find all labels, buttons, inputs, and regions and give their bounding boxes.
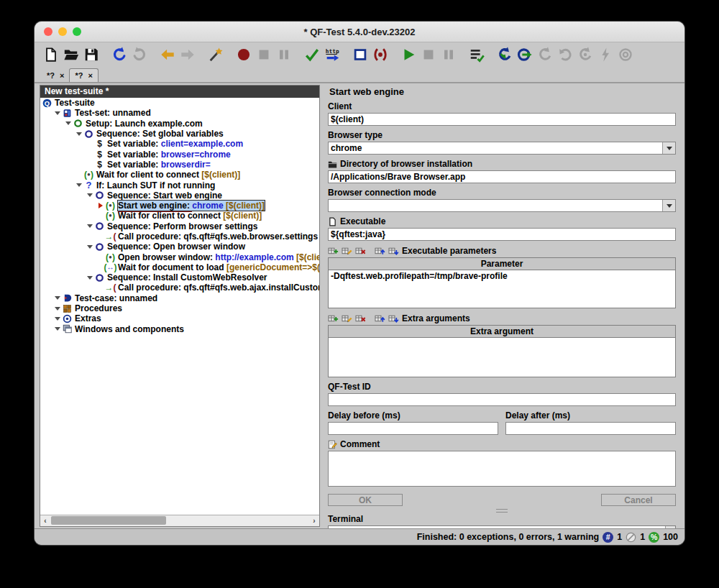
tree-node-label[interactable]: Set variable: browser=chrome [107,150,231,160]
tree-node[interactable]: Sequence: Open browser window [40,242,319,252]
stop-run-icon[interactable] [419,45,438,64]
tree-node[interactable]: Sequence: Start web engine [40,190,319,201]
tree-node[interactable]: Windows and components [40,324,319,334]
ok-button[interactable]: OK [328,494,403,506]
retry-1-icon[interactable] [536,45,554,64]
tree-node[interactable]: Test-set: unnamed [40,108,319,118]
tree-node-label[interactable]: Call procedure: qfs.qft#qfs.web.browser.… [118,231,318,242]
tree-node[interactable]: Setup: Launch example.com [40,119,319,129]
expand-chevron-icon[interactable] [85,276,94,280]
expand-chevron-icon[interactable] [52,111,62,115]
run-log-icon[interactable] [467,45,486,64]
table-row[interactable]: -Dqftest.web.profilepath=/tmp/brave-prof… [331,271,673,281]
expand-chevron-icon[interactable] [74,132,83,136]
tree-node-label[interactable]: Call procedure: qfs.qft#qfs.web.ajax.ins… [118,282,319,293]
tree-node[interactable]: Extras [40,313,319,323]
tree-node-label[interactable]: Set variable: browserdir= [107,160,211,170]
browser-type-dropdown-button[interactable] [662,142,675,154]
expand-chevron-icon[interactable] [85,245,94,249]
quickstart-wizard-icon[interactable] [206,45,225,64]
undo-icon[interactable] [110,45,129,64]
navigate-back-icon[interactable] [158,45,177,64]
record-icon[interactable] [234,45,253,64]
tree-node-label[interactable]: Procedures [75,303,122,313]
expand-chevron-icon[interactable] [85,193,94,197]
expand-chevron-icon[interactable] [52,317,62,321]
extra-args-table[interactable]: Extra argument [328,325,676,377]
tree-node[interactable]: (●)Wait for client to connect [$(client)… [40,170,319,180]
tree-horizontal-scrollbar[interactable]: ‹ › [40,515,319,526]
tree-node-label[interactable]: Sequence: Open browser window [107,242,245,252]
expand-chevron-icon[interactable] [52,327,62,331]
qftest-id-input[interactable] [328,393,676,406]
retry-2-icon[interactable] [556,45,574,64]
browser-type-select[interactable]: chrome [328,142,676,155]
comment-textarea[interactable] [328,451,676,487]
delete-row-icon[interactable] [355,245,367,256]
scroll-left-icon[interactable]: ‹ [40,515,50,525]
stop-recording-icon[interactable] [255,45,273,64]
tab-close-icon[interactable]: × [60,71,64,80]
rerun-icon[interactable] [495,45,514,64]
tree-node-label[interactable]: Wait for client to connect [$(client)] [96,170,240,180]
expand-chevron-icon[interactable] [52,307,62,311]
tree-node-label[interactable]: Sequence: Set global variables [96,129,224,139]
tree-node-label[interactable]: Wait for client to connect [$(client)] [118,211,262,221]
target-icon[interactable] [616,45,635,64]
tree-node[interactable]: Test-case: unnamed [40,293,319,303]
tree-node[interactable]: Sequence: Install CustomWebResolver [40,272,319,282]
add-row-icon[interactable] [328,245,339,256]
tree-node-label[interactable]: Start web engine: chrome [$(client)] [118,201,265,211]
tree-node[interactable]: $Set variable: browser=chrome [40,149,319,159]
executable-input[interactable] [328,228,676,241]
expand-chevron-icon[interactable] [63,121,73,125]
delay-after-input[interactable] [505,422,676,435]
tree-node[interactable]: (●)Start web engine: chrome [$(client)] [40,201,319,211]
tree-node[interactable]: (↔)Wait for document to load [genericDoc… [40,262,319,272]
record-events-icon[interactable] [371,45,390,64]
tree-node-label[interactable]: If: Launch SUT if not running [96,180,215,190]
expand-chevron-icon[interactable] [85,224,94,228]
rerun-all-icon[interactable] [516,45,534,64]
run-test-icon[interactable] [399,45,418,64]
tree-node-label[interactable]: Sequence: Start web engine [107,190,222,201]
record-http-icon[interactable]: http [323,45,342,64]
tree-node[interactable]: ?If: Launch SUT if not running [40,180,319,190]
tree-node[interactable]: →(Call procedure: qfs.qft#qfs.web.browse… [40,231,319,242]
connection-mode-select[interactable] [328,199,676,212]
tree-node-label[interactable]: Set variable: client=example.com [107,139,243,149]
flash-icon[interactable] [596,45,615,64]
close-window-button[interactable] [44,27,52,36]
edit-row-icon[interactable] [342,313,353,323]
tree-node[interactable]: $Set variable: browserdir= [40,160,319,170]
browser-dir-input[interactable] [328,170,676,183]
expand-chevron-icon[interactable] [74,183,83,187]
connection-mode-dropdown-button[interactable] [662,200,675,211]
move-up-row-icon[interactable] [375,245,386,256]
delete-row-icon[interactable] [355,313,367,323]
scroll-right-icon[interactable]: › [309,515,319,525]
tree-node-label[interactable]: Open browser window: http://example.com … [118,252,319,262]
tree-node-label[interactable]: Setup: Launch example.com [86,119,203,129]
exec-params-table[interactable]: Parameter -Dqftest.web.profilepath=/tmp/… [328,257,676,308]
tree-node-label[interactable]: Test-case: unnamed [75,293,157,303]
zoom-window-button[interactable] [73,27,81,36]
redo-icon[interactable] [130,45,149,64]
table-body[interactable] [329,338,675,377]
move-down-row-icon[interactable] [388,245,400,256]
record-component-icon[interactable] [351,45,370,64]
tree-node[interactable]: Sequence: Set global variables [40,129,319,139]
tree-node[interactable]: (●)Wait for client to connect [$(client)… [40,211,319,221]
open-suite-icon[interactable] [62,45,81,64]
tree-node[interactable]: Sequence: Perform browser settings [40,221,319,231]
pause-run-icon[interactable] [439,45,458,64]
tree-node-label[interactable]: Wait for document to load [genericDocume… [118,262,319,272]
navigate-forward-icon[interactable] [178,45,197,64]
cancel-button[interactable]: Cancel [601,494,676,506]
tree-node-label[interactable]: Extras [75,313,101,323]
tree-node[interactable]: Procedures [40,303,319,313]
tree-node[interactable]: $Set variable: client=example.com [40,139,319,149]
suite-tab-2[interactable]: *?× [69,68,98,82]
tree-node-label[interactable]: Test-set: unnamed [75,108,151,118]
move-down-row-icon[interactable] [388,313,400,323]
